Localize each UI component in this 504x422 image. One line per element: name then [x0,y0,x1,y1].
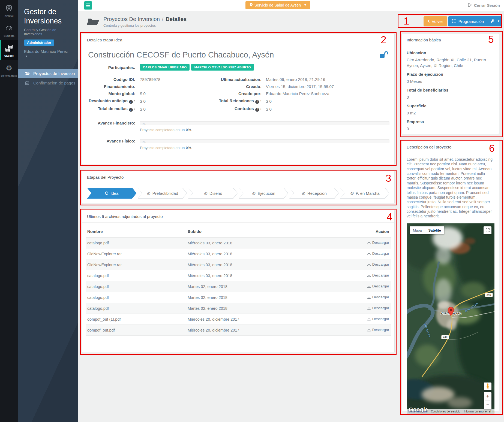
sign-out-icon [467,3,472,8]
info-value: 0 [407,126,494,132]
download-link[interactable]: Descargar [367,251,389,256]
app-icon-rail: GEScid GESflota GESpro ⚙ Sistema Base [0,0,18,422]
zoom-in-button[interactable]: + [484,392,491,401]
download-link[interactable]: Descargar [367,295,389,299]
tools-dropdown-button[interactable] [488,16,502,26]
file-name: dompdf_out (1).pdf [86,314,186,325]
panel-title: Descripción del proyecto [402,141,499,153]
logout-label: Cerrar Sesión [474,3,500,8]
unlock-icon[interactable] [379,51,388,59]
table-row: catalogo.pdf Martes 02, enero 2018 Desca… [86,292,391,303]
download-link[interactable]: Descargar [367,241,389,245]
google-map[interactable]: Mapa Satélite Puerto Aysen Río Aisén Río… [407,223,494,414]
table-row: OldNewExplorer.rar Miércoles 03, enero 2… [86,259,391,270]
table-row: dompdf_out.pdf Miércoles 20, diciembre 2… [86,325,391,336]
field-label: Creado: [196,84,262,89]
participantes-label: Participantes: [87,65,135,70]
panel-etapas: Etapas del Proyecto Idea Prefactibilidad… [82,171,395,204]
stage-step-recepcion[interactable]: Recepción [289,188,339,199]
report-error-link[interactable]: Informar un error en el mapa [462,409,494,414]
table-row: catalogo.pdf Miércoles 03, enero 2018 De… [86,238,391,248]
download-link[interactable]: Descargar [367,262,389,266]
file-date: Miércoles 03, enero 2018 [186,270,326,281]
progress-bar-fisico: 0% [140,139,389,143]
sidebar-item-proyectos[interactable]: Proyectos de Inversion [18,69,78,78]
panel-informacion-basica: Información básica Ubicacion Ciro Arredo… [401,33,499,134]
panel-detalles-etapa: Detalles etapa Idea Construcción CECOSF … [82,33,395,165]
download-link[interactable]: Descargar [367,284,389,288]
file-name: catalogo.pdf [86,303,186,314]
sidebar-menu: Proyectos de Inversion Confirmacion de p… [18,69,78,88]
circle-icon [105,192,108,195]
field-label: Contratos : [196,106,262,112]
service-dropdown-button[interactable]: Servicio de Salud de Aysen [245,1,310,9]
download-link[interactable]: Descargar [367,306,389,310]
calendar-check-icon [25,81,30,85]
zoom-out-button[interactable]: − [484,401,491,409]
download-link[interactable]: Descargar [367,328,389,332]
table-row: catalogo.pdf Martes 02, enero 2018 Desca… [86,281,391,292]
stage-step-diseno[interactable]: Diseño [188,188,238,199]
stage-step-p-en-marcha[interactable]: P. en Marcha [340,188,390,199]
terms-link[interactable]: Condiciones del servicio [429,409,462,414]
rail-item-gescid[interactable]: GEScid [0,0,18,20]
breadcrumb-section[interactable]: Proyectos De Inversion [103,16,160,22]
google-logo: Google [409,406,428,413]
folder-icon [87,16,99,27]
fullscreen-icon [486,228,490,232]
ban-icon [204,191,207,196]
file-date: Miércoles 20, diciembre 2017 [186,314,326,325]
progress-label: Avance Financiero: [87,121,135,125]
column-header-accion: Accion [326,226,391,238]
info-label: Empresa [407,119,494,124]
rail-item-label: GESpro [0,54,18,57]
rail-item-gesflota[interactable]: GESflota [0,20,18,40]
progress-caption: Proyecto completado en un 0%. [140,128,389,132]
info-icon[interactable] [255,100,259,104]
panel-archivos: Ultimos 9 archivos adjuntados al proyect… [82,210,395,353]
download-link[interactable]: Descargar [367,317,389,321]
rail-item-gespro[interactable]: GESpro [0,40,18,60]
page-actions: Volver Programación [424,16,502,26]
stage-step-prefactibilidad[interactable]: Prefactibilidad [138,188,187,199]
map-type-satelite[interactable]: Satélite [425,226,444,234]
info-value: 0 m2 [407,110,494,116]
volver-button[interactable]: Volver [424,16,447,26]
progress-label: Avance Físico: [87,139,135,143]
hamburger-menu-button[interactable] [84,1,92,10]
download-link[interactable]: Descargar [367,273,389,277]
pegman-control[interactable] [484,382,491,390]
map-type-mapa[interactable]: Mapa [410,226,425,234]
map-marker-icon[interactable] [447,307,454,319]
column-header-subido: Subido [186,226,326,238]
stage-step-ejecucion[interactable]: Ejecución [239,188,289,199]
project-title: Construcción CECOSF de Puerto Chacabuco,… [82,46,394,59]
route-shield: 240 [485,293,493,297]
programacion-button[interactable]: Programación [448,16,488,26]
column-header-nombre: Nombre [86,226,186,238]
table-row: dompdf_out (1).pdf Miércoles 20, diciemb… [86,314,391,325]
participant-badge[interactable]: MARCELO OSVALDO RUIZ ABURTO [191,64,254,71]
panel-descripcion: Descripción del proyecto Lorem ipsum dol… [401,140,499,411]
participant-badge[interactable]: CARLOS OMAR URIBE ARO [140,64,190,71]
list-ol-icon [452,16,456,26]
info-icon[interactable] [129,100,133,104]
table-row: OldNewExplorer.rar Miércoles 03, enero 2… [86,248,391,259]
fullscreen-button[interactable] [484,226,491,234]
breadcrumb-separator: / [162,16,164,22]
role-badge[interactable]: Administrador [24,40,54,46]
table-header-row: Nombre Subido Accion [86,226,391,238]
gear-icon: ⚙ [0,63,18,73]
info-icon[interactable] [255,108,259,112]
logout-button[interactable]: Cerrar Sesión [467,3,500,8]
map-pin-icon [250,1,253,9]
rail-item-label: GEScid [0,15,18,17]
user-dropdown[interactable]: Eduardo Mauricio Perez [24,49,72,58]
file-name: dompdf_out.pdf [86,325,186,336]
stage-stepper: Idea Prefactibilidad Diseño Ejecución Re… [87,188,389,199]
file-date: Miércoles 03, enero 2018 [186,259,326,270]
rail-item-sistema-base[interactable]: ⚙ Sistema Base [0,60,18,80]
info-icon[interactable] [129,108,133,112]
stage-step-idea[interactable]: Idea [87,188,137,199]
sidebar-item-confirmacion-pagos[interactable]: Confirmacion de pagos [18,78,78,88]
